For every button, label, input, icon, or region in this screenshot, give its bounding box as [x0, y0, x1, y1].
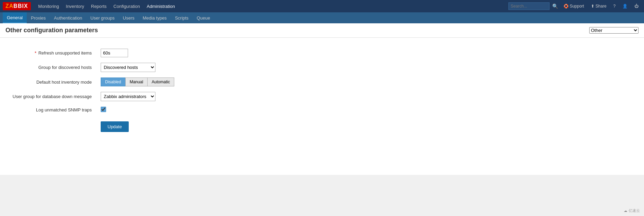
logout-link[interactable]: ⏻ [632, 2, 641, 10]
form-container: * Refresh unsupported items Group for di… [0, 38, 644, 143]
db-message-label: User group for database down message [8, 89, 97, 104]
support-link[interactable]: 🛟 Support [561, 2, 587, 10]
group-discovered-label: Group for discovered hosts [8, 60, 97, 75]
nav-administration[interactable]: Administration [143, 0, 178, 12]
snmp-traps-label: Log unmatched SNMP traps [8, 104, 97, 116]
zabbix-logo: ZABBIX [3, 2, 31, 10]
tab-user-groups[interactable]: User groups [86, 12, 119, 23]
tab-scripts[interactable]: Scripts [171, 12, 193, 23]
tab-proxies[interactable]: Proxies [27, 12, 50, 23]
inventory-mode-group: Disabled Manual Automatic [101, 77, 632, 86]
tab-authentication[interactable]: Authentication [50, 12, 86, 23]
nav-monitoring[interactable]: Monitoring [35, 0, 63, 12]
inventory-mode-manual[interactable]: Manual [125, 77, 147, 86]
top-navigation: ZABBIX Monitoring Inventory Reports Conf… [0, 0, 644, 12]
row-snmp-traps: Log unmatched SNMP traps [8, 104, 636, 116]
inventory-mode-label: Default host inventory mode [8, 75, 97, 89]
row-group-discovered: Group for discovered hosts Discovered ho… [8, 60, 636, 75]
required-indicator: * [35, 50, 36, 56]
tab-queue[interactable]: Queue [193, 12, 214, 23]
row-inventory-mode: Default host inventory mode Disabled Man… [8, 75, 636, 89]
help-link[interactable]: ? [610, 2, 618, 10]
row-db-message: User group for database down message Zab… [8, 89, 636, 104]
row-refresh-unsupported: * Refresh unsupported items [8, 46, 636, 60]
page-title: Other configuration parameters [5, 27, 98, 34]
inventory-mode-automatic[interactable]: Automatic [147, 77, 174, 86]
db-message-select[interactable]: Zabbix administrators All Guests [101, 92, 155, 101]
inventory-mode-disabled[interactable]: Disabled [101, 77, 125, 86]
main-content: * Refresh unsupported items Group for di… [0, 38, 644, 175]
page-header: Other configuration parameters Other GUI… [0, 23, 644, 38]
refresh-unsupported-input[interactable] [101, 49, 128, 57]
sub-navigation: General Proxies Authentication User grou… [0, 12, 644, 23]
page-header-right: Other GUI HouseKeeping Images Icon mappi… [589, 27, 639, 34]
row-update: Update [8, 116, 636, 135]
nav-inventory[interactable]: Inventory [62, 0, 87, 12]
snmp-traps-checkbox[interactable] [101, 107, 106, 112]
search-input[interactable] [508, 2, 550, 10]
refresh-unsupported-label: * Refresh unsupported items [8, 46, 97, 60]
nav-reports[interactable]: Reports [88, 0, 110, 12]
tab-users[interactable]: Users [119, 12, 139, 23]
tab-general[interactable]: General [3, 12, 27, 23]
config-form: * Refresh unsupported items Group for di… [8, 46, 636, 135]
share-link[interactable]: ⬆ Share [588, 2, 609, 10]
update-button[interactable]: Update [101, 121, 129, 132]
section-dropdown[interactable]: Other GUI HouseKeeping Images Icon mappi… [589, 27, 639, 34]
nav-configuration[interactable]: Configuration [110, 0, 143, 12]
search-icon[interactable]: 🔍 [551, 2, 559, 10]
group-discovered-select[interactable]: Discovered hosts Linux servers Virtual m… [101, 63, 155, 72]
top-nav-right: 🔍 🛟 Support ⬆ Share ? 👤 ⏻ [508, 2, 641, 10]
user-profile-link[interactable]: 👤 [620, 2, 630, 10]
tab-media-types[interactable]: Media types [139, 12, 171, 23]
